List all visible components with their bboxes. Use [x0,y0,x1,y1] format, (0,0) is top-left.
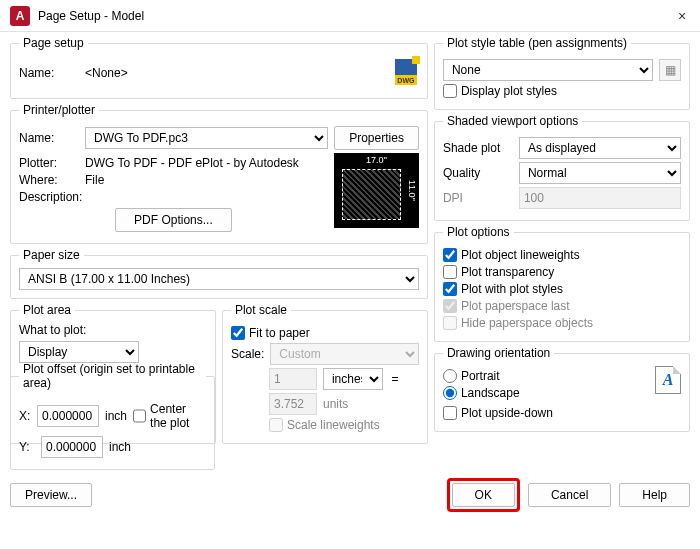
plot-style-select[interactable]: None [443,59,653,81]
scale-unit-select[interactable]: inches [323,368,383,390]
upside-down-checkbox[interactable] [443,406,457,420]
preview-height-label: 11.0'' [407,153,417,228]
properties-button[interactable]: Properties [334,126,419,150]
where-label: Where: [19,173,79,187]
window-title: Page Setup - Model [38,9,674,23]
offset-x-unit: inch [105,409,127,423]
orientation-preview-icon: A [655,366,681,394]
upside-down-label: Plot upside-down [461,406,553,420]
ok-button[interactable]: OK [452,483,515,507]
printer-name-select[interactable]: DWG To PDF.pc3 [85,127,328,149]
plotter-label: Plotter: [19,156,79,170]
plot-paperspace-checkbox [443,299,457,313]
plotter-value: DWG To PDF - PDF ePlot - by Autodesk [85,156,299,170]
scale-lineweights-label: Scale lineweights [287,418,380,432]
equals-sign: = [389,372,401,386]
plot-paperspace-label: Plot paperspace last [461,299,570,313]
offset-x-label: X: [19,409,31,423]
portrait-radio[interactable] [443,369,457,383]
quality-select[interactable]: Normal [519,162,681,184]
close-icon[interactable]: × [674,8,690,24]
scale-label: Scale: [231,347,264,361]
plot-transparency-checkbox[interactable] [443,265,457,279]
printer-name-label: Name: [19,131,79,145]
plot-area-legend: Plot area [19,303,75,317]
dwg-icon[interactable]: DWG [393,59,419,87]
dialog-body: Page setup Name: <None> DWG Printer/plot… [0,32,700,474]
paper-size-legend: Paper size [19,248,84,262]
right-column: Plot style table (pen assignments) None … [434,36,690,470]
what-to-plot-label: What to plot: [19,323,207,337]
hide-paperspace-checkbox [443,316,457,330]
plot-lineweights-checkbox[interactable] [443,248,457,262]
left-column: Page setup Name: <None> DWG Printer/plot… [10,36,428,470]
display-plot-styles-checkbox[interactable] [443,84,457,98]
page-setup-group: Page setup Name: <None> DWG [10,36,428,99]
plot-style-group: Plot style table (pen assignments) None … [434,36,690,110]
what-to-plot-select[interactable]: Display [19,341,139,363]
title-bar: A Page Setup - Model × [0,0,700,32]
help-button[interactable]: Help [619,483,690,507]
plot-with-styles-label: Plot with plot styles [461,282,563,296]
where-value: File [85,173,104,187]
paper-size-group: Paper size ANSI B (17.00 x 11.00 Inches) [10,248,428,299]
plot-offset-group: Plot offset (origin set to printable are… [10,362,215,470]
paper-preview: 17.0'' 11.0'' [334,153,419,228]
printer-legend: Printer/plotter [19,103,99,117]
preview-button[interactable]: Preview... [10,483,92,507]
offset-y-unit: inch [109,440,131,454]
paper-size-select[interactable]: ANSI B (17.00 x 11.00 Inches) [19,268,419,290]
plot-style-helper-icon[interactable]: ▦ [659,59,681,81]
printer-plotter-group: Printer/plotter Name: DWG To PDF.pc3 Pro… [10,103,428,244]
landscape-radio[interactable] [443,386,457,400]
plot-scale-legend: Plot scale [231,303,291,317]
offset-y-input[interactable] [41,436,103,458]
hide-paperspace-label: Hide paperspace objects [461,316,593,330]
fit-to-paper-checkbox[interactable] [231,326,245,340]
shaded-viewport-group: Shaded viewport options Shade plotAs dis… [434,114,690,221]
portrait-label: Portrait [461,369,500,383]
plot-options-group: Plot options Plot object lineweights Plo… [434,225,690,342]
display-plot-styles-label: Display plot styles [461,84,557,98]
landscape-label: Landscape [461,386,520,400]
scale-den-unit: units [323,397,383,411]
plot-transparency-label: Plot transparency [461,265,554,279]
scale-select[interactable]: Custom [270,343,419,365]
plot-style-legend: Plot style table (pen assignments) [443,36,631,50]
shade-plot-label: Shade plot [443,141,513,155]
app-icon: A [10,6,30,26]
plot-with-styles-checkbox[interactable] [443,282,457,296]
pdf-options-button[interactable]: PDF Options... [115,208,232,232]
ok-highlight-box: OK [447,478,520,512]
dpi-input [519,187,681,209]
plot-offset-legend: Plot offset (origin set to printable are… [19,362,206,390]
dpi-label: DPI [443,191,513,205]
plot-lineweights-label: Plot object lineweights [461,248,580,262]
page-setup-legend: Page setup [19,36,88,50]
center-plot-label: Center the plot [150,402,206,430]
page-setup-name-value: <None> [85,66,387,80]
scale-numerator[interactable] [269,368,317,390]
cancel-button[interactable]: Cancel [528,483,611,507]
offset-y-label: Y: [19,440,35,454]
center-plot-checkbox[interactable] [133,409,146,423]
plot-scale-group: Plot scale Fit to paper Scale: Custom in… [222,303,428,444]
shade-plot-select[interactable]: As displayed [519,137,681,159]
shaded-legend: Shaded viewport options [443,114,582,128]
description-label: Description: [19,190,79,204]
scale-lineweights-checkbox [269,418,283,432]
page-setup-name-label: Name: [19,66,79,80]
scale-denominator[interactable] [269,393,317,415]
orientation-group: Drawing orientation Portrait Landscape A… [434,346,690,432]
orientation-legend: Drawing orientation [443,346,554,360]
plot-options-legend: Plot options [443,225,514,239]
dialog-footer: Preview... OK Cancel Help [0,474,700,520]
offset-x-input[interactable] [37,405,99,427]
fit-to-paper-label: Fit to paper [249,326,310,340]
quality-label: Quality [443,166,513,180]
